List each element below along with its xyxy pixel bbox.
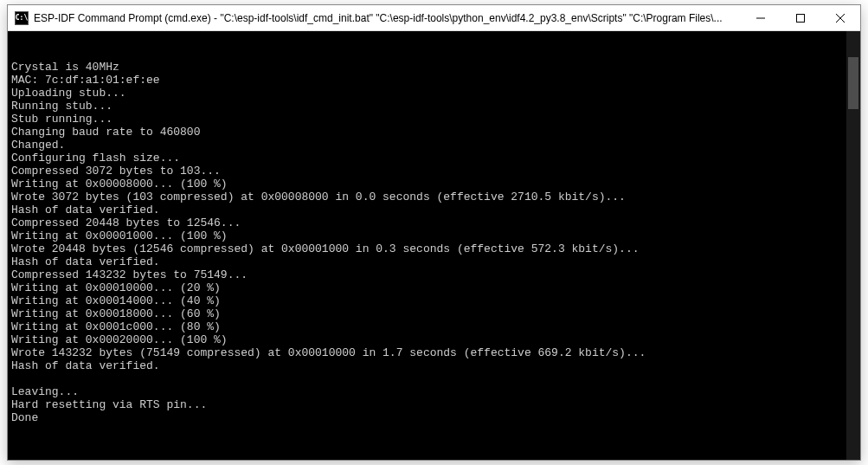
terminal-line: Changing baud rate to 460800 [11,126,860,139]
terminal-line: Changed. [11,139,860,152]
titlebar[interactable]: C:\ ESP-IDF Command Prompt (cmd.exe) - "… [8,5,860,31]
terminal-output[interactable]: Crystal is 40MHzMAC: 7c:df:a1:01:ef:eeUp… [8,31,860,460]
terminal-line: Hash of data verified. [11,255,860,268]
terminal-line: Compressed 3072 bytes to 103... [11,165,860,178]
terminal-line: Wrote 20448 bytes (12546 compressed) at … [11,242,860,255]
terminal-line: Configuring flash size... [11,152,860,165]
terminal-line: Wrote 143232 bytes (75149 compressed) at… [11,346,860,359]
terminal-line: Writing at 0x0001c000... (80 %) [11,320,860,333]
minimize-button[interactable] [741,5,781,30]
maximize-icon [796,14,805,23]
svg-rect-1 [797,14,805,22]
terminal-line: Writing at 0x00020000... (100 %) [11,333,860,346]
close-button[interactable] [820,5,860,30]
terminal-line: MAC: 7c:df:a1:01:ef:ee [11,74,860,87]
terminal-line: Hard resetting via RTS pin... [11,398,860,411]
app-icon-text: C:\ [16,14,28,22]
minimize-icon [756,14,765,23]
terminal-line: Uploading stub... [11,87,860,100]
close-icon [836,14,845,23]
window-title: ESP-IDF Command Prompt (cmd.exe) - "C:\e… [34,12,741,24]
app-icon: C:\ [15,11,29,25]
terminal-line [11,372,860,385]
terminal-line: Writing at 0x00001000... (100 %) [11,229,860,242]
cmd-window: C:\ ESP-IDF Command Prompt (cmd.exe) - "… [7,4,861,461]
terminal-line: Stub running... [11,113,860,126]
terminal-line: Hash of data verified. [11,203,860,216]
terminal-line [11,424,860,437]
terminal-lines: Crystal is 40MHzMAC: 7c:df:a1:01:ef:eeUp… [11,61,860,437]
terminal-line: Running stub... [11,100,860,113]
terminal-line: Wrote 3072 bytes (103 compressed) at 0x0… [11,191,860,203]
vertical-scrollbar[interactable] [846,31,860,460]
terminal-line: Crystal is 40MHz [11,61,860,74]
scrollbar-thumb[interactable] [848,57,858,109]
terminal-line: Writing at 0x00014000... (40 %) [11,294,860,307]
terminal-line: Hash of data verified. [11,359,860,372]
terminal-line: Writing at 0x00010000... (20 %) [11,281,860,294]
terminal-line: Compressed 20448 bytes to 12546... [11,216,860,229]
window-controls [741,5,860,30]
maximize-button[interactable] [781,5,820,30]
terminal-line: Leaving... [11,385,860,398]
terminal-line: Writing at 0x00018000... (60 %) [11,307,860,320]
terminal-line: Compressed 143232 bytes to 75149... [11,268,860,281]
terminal-line: Done [11,411,860,424]
terminal-line: Writing at 0x00008000... (100 %) [11,178,860,191]
